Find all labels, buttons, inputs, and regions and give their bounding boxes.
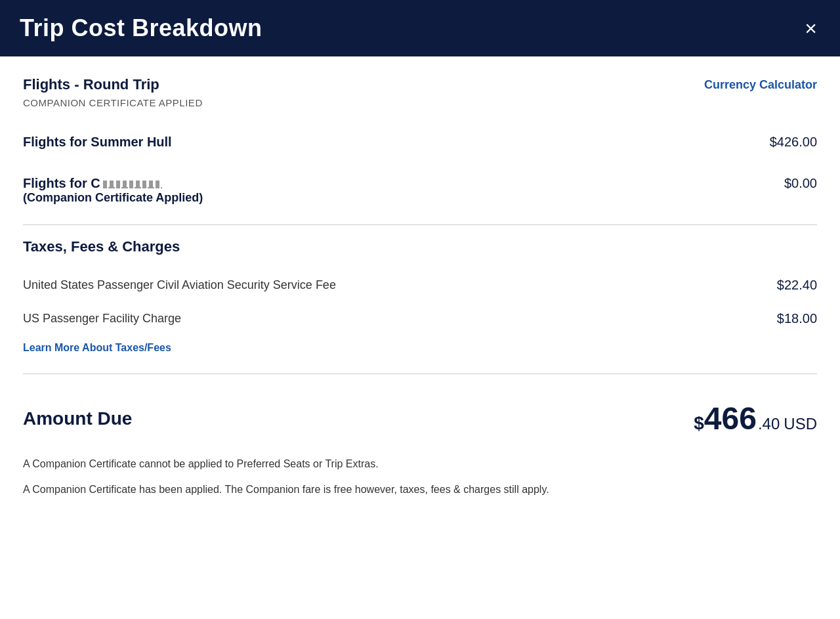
taxes-section-title: Taxes, Fees & Charges [23,238,817,255]
flights-divider [23,224,817,225]
amount-due-currency: USD [784,415,817,433]
currency-calculator-link[interactable]: Currency Calculator [704,78,817,92]
amount-due-cents: .40 [758,415,780,433]
fee-label-2: US Passenger Facility Charge [23,312,181,326]
taxes-section: Taxes, Fees & Charges United States Pass… [23,238,817,367]
flight-name-companion-wrapper: Flights for C (Companion Certificate App… [23,176,203,205]
amount-due-label: Amount Due [23,408,132,429]
flights-section-header: Flights - Round Trip Currency Calculator [23,76,817,93]
flights-section-title: Flights - Round Trip [23,76,159,93]
flight-name-prefix: Flights for C [23,176,100,190]
flight-name-1: Flights for Summer Hull [23,135,172,150]
flight-row-1: Flights for Summer Hull $426.00 [23,121,817,163]
amount-due-section: Amount Due $ 466 .40 USD A Companion Cer… [23,387,817,498]
flight-name-2: Flights for C [23,176,203,191]
modal-body: Flights - Round Trip Currency Calculator… [0,56,840,619]
fee-label-1: United States Passenger Civil Aviation S… [23,278,336,292]
learn-more-taxes-link[interactable]: Learn More About Taxes/Fees [23,342,171,354]
close-button[interactable]: × [801,18,820,39]
flight-amount-2: $0.00 [784,176,817,191]
flight-row-2: Flights for C (Companion Certificate App… [23,163,817,218]
fee-amount-2: $18.00 [777,311,817,326]
fee-row-1: United States Passenger Civil Aviation S… [23,268,817,302]
companion-note: (Companion Certificate Applied) [23,191,203,205]
amount-due-dollar-sign: $ [694,413,704,434]
fee-amount-1: $22.40 [777,278,817,293]
modal-header: Trip Cost Breakdown × [0,0,840,56]
footnote-1: A Companion Certificate cannot be applie… [23,456,817,472]
trip-cost-modal: Trip Cost Breakdown × Flights - Round Tr… [0,0,840,619]
taxes-divider [23,374,817,374]
amount-due-main-number: 466 [704,400,757,437]
companion-applied-label: COMPANION CERTIFICATE APPLIED [23,97,817,108]
fee-row-2: US Passenger Facility Charge $18.00 [23,302,817,335]
footnote-2: A Companion Certificate has been applied… [23,482,817,498]
amount-due-row: Amount Due $ 466 .40 USD [23,400,817,437]
amount-due-value: $ 466 .40 USD [694,400,817,437]
redacted-bar [103,181,162,188]
modal-title: Trip Cost Breakdown [20,14,262,42]
flight-amount-1: $426.00 [770,135,817,150]
